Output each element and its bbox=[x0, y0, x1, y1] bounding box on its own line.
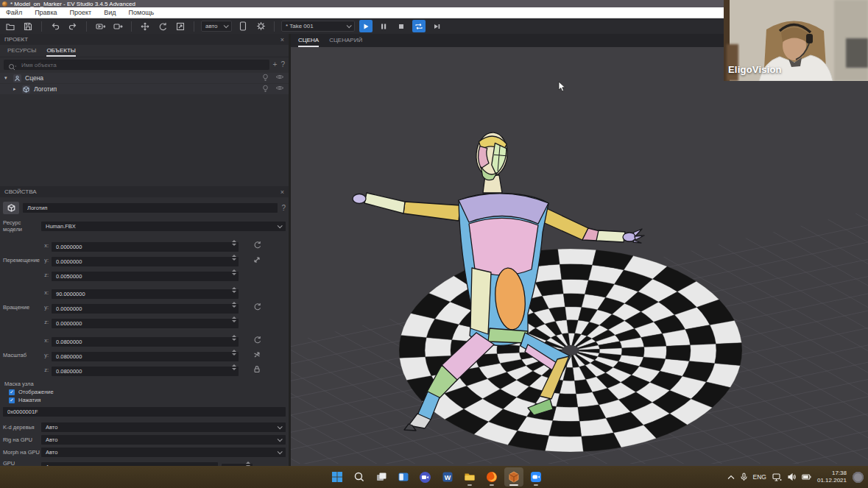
notification-badge[interactable] bbox=[853, 472, 864, 483]
spinner-icon[interactable] bbox=[232, 240, 236, 246]
close-icon[interactable]: × bbox=[280, 36, 284, 43]
tab-objects[interactable]: ОБЪЕКТЫ bbox=[46, 45, 76, 57]
task-view-button[interactable] bbox=[371, 467, 390, 487]
spinner-icon[interactable] bbox=[232, 364, 236, 370]
scale-tool-button[interactable] bbox=[174, 20, 187, 32]
spinner-icon[interactable] bbox=[232, 269, 236, 275]
move-tool-button[interactable] bbox=[138, 20, 152, 32]
search-help-button[interactable]: ? bbox=[280, 61, 285, 68]
firefox-icon[interactable] bbox=[481, 467, 501, 487]
skip-to-end-button[interactable] bbox=[430, 20, 443, 32]
language-indicator[interactable]: ENG bbox=[753, 473, 766, 481]
kd-trees-dropdown[interactable]: Авто bbox=[41, 422, 286, 432]
lock-icon[interactable] bbox=[253, 363, 261, 376]
object-help-button[interactable]: ? bbox=[281, 205, 286, 212]
new-project-button[interactable] bbox=[4, 20, 17, 32]
rotate-x-input[interactable] bbox=[52, 289, 239, 299]
export-take-button[interactable] bbox=[111, 20, 124, 32]
tab-scenario[interactable]: СЦЕНАРИЙ bbox=[329, 34, 362, 47]
scale-y-input[interactable] bbox=[52, 352, 239, 361]
take-dropdown[interactable]: * Take 001 bbox=[281, 21, 355, 32]
ev-studio-app-icon[interactable] bbox=[504, 467, 523, 487]
menu-edit[interactable]: Правка bbox=[35, 9, 57, 16]
clock[interactable]: 17:38 01.12.2021 bbox=[817, 470, 847, 485]
menu-view[interactable]: Вид bbox=[104, 9, 116, 16]
menu-help[interactable]: Помощь bbox=[129, 9, 155, 16]
menu-file[interactable]: Файл bbox=[6, 9, 22, 16]
eye-icon[interactable] bbox=[275, 85, 284, 94]
rotate-z-input[interactable] bbox=[52, 319, 239, 328]
scene-3d-view[interactable] bbox=[291, 47, 868, 464]
scale-x-input[interactable] bbox=[52, 337, 239, 347]
start-button[interactable] bbox=[327, 467, 346, 487]
add-object-button[interactable]: + bbox=[273, 61, 278, 68]
chevron-down-icon bbox=[278, 424, 283, 429]
tracking-mode-dropdown[interactable]: авто bbox=[201, 21, 232, 32]
translate-x-input[interactable] bbox=[52, 242, 239, 252]
toolbar-separator bbox=[274, 21, 275, 32]
network-display-icon[interactable] bbox=[772, 473, 782, 481]
battery-icon[interactable] bbox=[802, 474, 811, 480]
spinner-icon[interactable] bbox=[232, 317, 236, 322]
settings-button[interactable] bbox=[254, 20, 267, 32]
expand-arrow-icon[interactable]: ▾ bbox=[4, 75, 10, 81]
checkbox-display[interactable]: ✓ Отображение bbox=[0, 388, 289, 396]
scale-z-input[interactable] bbox=[52, 367, 239, 376]
spinner-icon[interactable] bbox=[232, 255, 236, 261]
import-take-button[interactable] bbox=[93, 20, 107, 32]
translate-z-input[interactable] bbox=[52, 272, 239, 281]
link-axes-icon[interactable] bbox=[253, 253, 261, 266]
loop-button[interactable] bbox=[412, 20, 426, 32]
word-app-icon[interactable]: W bbox=[437, 467, 456, 487]
spinner-icon[interactable] bbox=[232, 350, 236, 356]
reset-rotate-icon[interactable] bbox=[253, 300, 261, 314]
translate-y-input[interactable] bbox=[52, 257, 239, 266]
undo-button[interactable] bbox=[49, 20, 62, 32]
spinner-icon[interactable] bbox=[232, 335, 236, 341]
checkbox-press[interactable]: ✓ Нажатия bbox=[0, 396, 289, 404]
stop-button[interactable] bbox=[395, 20, 408, 32]
tree-row-scene[interactable]: ▾ Сцена bbox=[0, 73, 289, 83]
collapse-arrow-icon[interactable]: ▸ bbox=[13, 86, 18, 92]
volume-icon[interactable] bbox=[788, 473, 796, 481]
redo-button[interactable] bbox=[66, 20, 80, 32]
save-button[interactable] bbox=[21, 20, 35, 32]
model-resource-dropdown[interactable]: Human.FBX bbox=[41, 222, 286, 231]
spinner-icon[interactable] bbox=[232, 287, 236, 293]
tree-row-logo[interactable]: ▸ Логотип bbox=[0, 84, 289, 94]
reset-translate-icon[interactable] bbox=[253, 238, 261, 252]
search-input[interactable] bbox=[4, 60, 269, 70]
rotate-y-input[interactable] bbox=[52, 304, 239, 314]
eye-icon[interactable] bbox=[275, 74, 284, 83]
spinner-icon[interactable] bbox=[232, 302, 236, 308]
pause-button[interactable] bbox=[377, 20, 390, 32]
widgets-app-icon[interactable] bbox=[393, 467, 412, 487]
unlink-axes-icon[interactable] bbox=[253, 348, 261, 361]
rotate-tool-button[interactable] bbox=[156, 20, 169, 32]
checkbox-checked-icon[interactable]: ✓ bbox=[9, 389, 15, 395]
bulb-icon[interactable] bbox=[262, 85, 269, 94]
zoom-app-icon[interactable] bbox=[526, 467, 545, 487]
video-conference-app-icon[interactable] bbox=[415, 467, 434, 487]
file-explorer-icon[interactable] bbox=[459, 467, 479, 487]
morph-gpu-label: Morph на GPU bbox=[3, 449, 41, 456]
node-mask-value-input[interactable] bbox=[3, 407, 286, 417]
bulb-icon[interactable] bbox=[262, 74, 269, 83]
morph-gpu-dropdown[interactable]: Авто bbox=[41, 448, 286, 457]
menu-project[interactable]: Проект bbox=[70, 9, 92, 16]
object-type-icon[interactable] bbox=[3, 202, 19, 214]
search-taskbar-button[interactable] bbox=[349, 467, 368, 487]
device-button[interactable] bbox=[236, 20, 250, 32]
play-button[interactable] bbox=[359, 20, 373, 32]
tray-expand-icon[interactable] bbox=[727, 475, 735, 480]
object-name-input[interactable] bbox=[23, 203, 278, 213]
window-title: * Model_on_Marker - EV Studio 3.4.5 Adva… bbox=[10, 1, 135, 7]
close-icon[interactable]: × bbox=[280, 188, 284, 196]
tab-resources[interactable]: РЕСУРСЫ bbox=[7, 45, 36, 57]
project-panel-title: ПРОЕКТ bbox=[4, 36, 28, 43]
reset-scale-icon[interactable] bbox=[253, 333, 261, 347]
checkbox-checked-icon[interactable]: ✓ bbox=[9, 397, 15, 403]
microphone-icon[interactable] bbox=[741, 473, 747, 481]
tab-scene[interactable]: СЦЕНА bbox=[298, 34, 319, 47]
rig-gpu-dropdown[interactable]: Авто bbox=[41, 435, 286, 445]
